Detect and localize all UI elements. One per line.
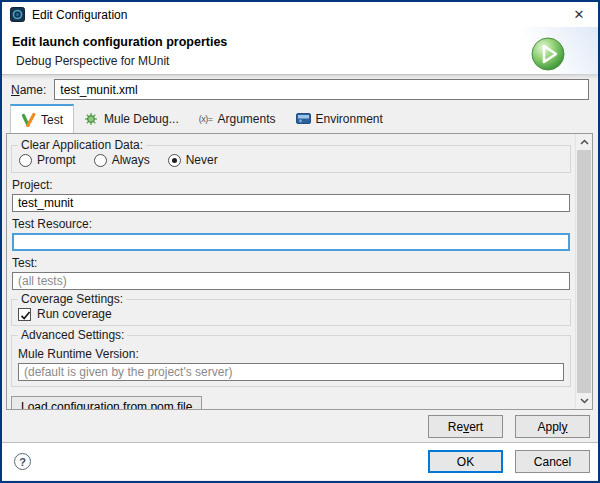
tab-mule-debug[interactable]: Mule Debug... [74,104,189,133]
clear-application-data-options: Prompt Always Never [18,152,564,169]
munit-test-icon [21,113,36,127]
run-coverage-row[interactable]: Run coverage [18,306,564,322]
test-tab-content: Clear Application Data: Prompt Always Ne… [7,134,575,409]
test-resource-label: Test Resource: [12,217,570,231]
titlebar: Edit Configuration ✕ [2,2,598,27]
test-resource-input[interactable] [12,233,570,251]
dialog-header: Edit launch configuration properties Deb… [2,27,598,75]
close-icon[interactable]: ✕ [566,4,592,25]
tab-bar: Test Mule Debug... (x)= Arguments [2,104,598,133]
vertical-scrollbar[interactable] [575,134,592,409]
edit-configuration-dialog: Edit Configuration ✕ Edit launch configu… [0,0,600,483]
tab-label: Arguments [217,112,275,126]
radio-always[interactable]: Always [94,153,150,167]
radio-never-circle[interactable] [168,154,181,167]
tab-label: Environment [316,112,383,126]
name-row: Name: [2,75,598,104]
ok-button[interactable]: OK [428,450,503,473]
test-label: Test: [12,256,570,270]
scrollbar-up-icon[interactable] [576,134,592,150]
scrollbar-thumb[interactable] [577,150,591,393]
arguments-icon: (x)= [199,114,213,124]
header-title: Edit launch configuration properties [2,27,598,49]
load-configuration-from-pom-button[interactable]: Load configuration from pom file [11,396,202,409]
mule-runtime-version-input[interactable] [18,363,564,381]
mule-runtime-version-label: Mule Runtime Version: [18,347,562,361]
debug-run-icon [530,36,566,72]
tab-label: Mule Debug... [104,112,179,126]
name-input[interactable] [54,79,589,100]
coverage-settings-group: Coverage Settings: Run coverage [11,292,571,326]
tab-test[interactable]: Test [10,104,74,133]
tab-arguments[interactable]: (x)= Arguments [189,104,286,133]
mule-debug-icon [84,112,99,126]
project-input[interactable] [12,194,570,212]
scrollbar-down-icon[interactable] [576,393,592,409]
environment-icon [296,112,311,126]
header-subtitle: Debug Perspective for MUnit [2,49,598,68]
coverage-settings-legend: Coverage Settings: [18,292,126,306]
window-title: Edit Configuration [32,8,127,22]
name-label: Name: [11,83,46,97]
radio-never-label: Never [186,153,218,167]
revert-button[interactable]: Revert [428,415,503,438]
radio-never[interactable]: Never [168,153,218,167]
bottom-button-bar: ? OK Cancel [2,443,598,480]
clear-application-data-legend: Clear Application Data: [18,138,146,152]
tab-content-area: Clear Application Data: Prompt Always Ne… [6,133,593,410]
cancel-button[interactable]: Cancel [515,450,590,473]
tab-environment[interactable]: Environment [286,104,393,133]
project-label: Project: [12,178,570,192]
radio-prompt[interactable]: Prompt [19,153,76,167]
run-coverage-checkbox[interactable] [18,308,31,321]
clear-application-data-group: Clear Application Data: Prompt Always Ne… [11,138,571,173]
revert-apply-row: Revert Apply [2,410,598,443]
radio-always-label: Always [112,153,150,167]
apply-button[interactable]: Apply [515,415,590,438]
run-coverage-label: Run coverage [37,307,112,321]
app-icon [10,7,25,22]
test-input[interactable] [12,272,570,290]
radio-prompt-label: Prompt [37,153,76,167]
help-icon[interactable]: ? [14,453,31,470]
advanced-settings-legend: Advanced Settings: [18,328,127,342]
radio-always-circle[interactable] [94,154,107,167]
advanced-settings-group: Advanced Settings: Mule Runtime Version: [11,328,571,387]
radio-prompt-circle[interactable] [19,154,32,167]
tab-label: Test [41,113,63,127]
